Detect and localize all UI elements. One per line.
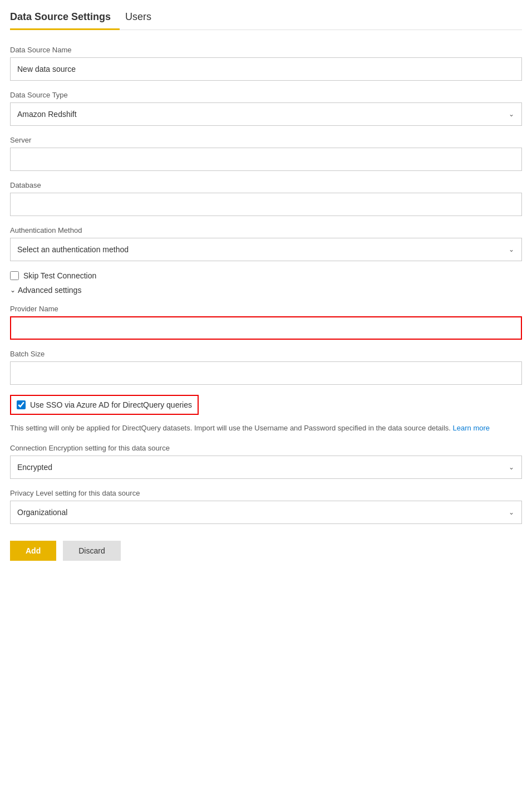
- database-label: Database: [10, 181, 522, 189]
- auth-method-select[interactable]: Select an authentication method Basic Wi…: [10, 238, 522, 261]
- privacy-level-label: Privacy Level setting for this data sour…: [10, 489, 522, 497]
- database-section: Database: [10, 181, 522, 216]
- data-source-name-label: Data Source Name: [10, 46, 522, 54]
- data-source-name-section: Data Source Name: [10, 46, 522, 81]
- auth-method-label: Authentication Method: [10, 226, 522, 234]
- auth-method-wrapper: Select an authentication method Basic Wi…: [10, 238, 522, 261]
- connection-encryption-label: Connection Encryption setting for this d…: [10, 444, 522, 452]
- privacy-level-select[interactable]: Organizational Private Public None: [10, 501, 522, 524]
- provider-name-input[interactable]: [10, 316, 522, 340]
- tab-data-source-settings[interactable]: Data Source Settings: [10, 6, 120, 30]
- add-button[interactable]: Add: [10, 541, 56, 561]
- advanced-settings-toggle[interactable]: ⌄ Advanced settings: [10, 286, 522, 295]
- provider-name-section: Provider Name: [10, 305, 522, 340]
- privacy-level-wrapper: Organizational Private Public None ⌄: [10, 501, 522, 524]
- batch-size-label: Batch Size: [10, 350, 522, 358]
- tab-users[interactable]: Users: [125, 6, 160, 30]
- skip-test-connection-checkbox[interactable]: [10, 271, 19, 280]
- data-source-name-input[interactable]: [10, 57, 522, 81]
- advanced-settings-chevron-icon: ⌄: [10, 286, 16, 294]
- connection-encryption-select[interactable]: Encrypted Not Encrypted No Encryption Sp…: [10, 456, 522, 479]
- learn-more-link[interactable]: Learn more: [453, 424, 490, 432]
- batch-size-input[interactable]: [10, 361, 522, 385]
- sso-section-container: Use SSO via Azure AD for DirectQuery que…: [10, 395, 522, 434]
- data-source-type-wrapper: Amazon Redshift SQL Server MySQL Postgre…: [10, 102, 522, 126]
- data-source-type-select[interactable]: Amazon Redshift SQL Server MySQL Postgre…: [10, 102, 522, 126]
- discard-button[interactable]: Discard: [63, 541, 120, 561]
- skip-test-connection-row: Skip Test Connection: [10, 271, 522, 280]
- tab-bar: Data Source Settings Users: [10, 0, 522, 30]
- server-input[interactable]: [10, 148, 522, 171]
- auth-method-section: Authentication Method Select an authenti…: [10, 226, 522, 261]
- sso-checkbox[interactable]: [17, 400, 26, 409]
- sso-checkbox-section: Use SSO via Azure AD for DirectQuery que…: [10, 395, 199, 415]
- action-button-row: Add Discard: [10, 541, 522, 561]
- skip-test-connection-label[interactable]: Skip Test Connection: [23, 271, 96, 280]
- provider-name-label: Provider Name: [10, 305, 522, 313]
- data-source-type-section: Data Source Type Amazon Redshift SQL Ser…: [10, 91, 522, 126]
- server-label: Server: [10, 136, 522, 144]
- connection-encryption-section: Connection Encryption setting for this d…: [10, 444, 522, 479]
- connection-encryption-wrapper: Encrypted Not Encrypted No Encryption Sp…: [10, 456, 522, 479]
- sso-checkbox-row: Use SSO via Azure AD for DirectQuery que…: [17, 400, 192, 409]
- data-source-type-label: Data Source Type: [10, 91, 522, 99]
- privacy-level-section: Privacy Level setting for this data sour…: [10, 489, 522, 524]
- database-input[interactable]: [10, 193, 522, 216]
- sso-description: This setting will only be applied for Di…: [10, 423, 500, 434]
- page-container: Data Source Settings Users Data Source N…: [0, 0, 532, 583]
- sso-label[interactable]: Use SSO via Azure AD for DirectQuery que…: [30, 400, 192, 409]
- batch-size-section: Batch Size: [10, 350, 522, 385]
- server-section: Server: [10, 136, 522, 171]
